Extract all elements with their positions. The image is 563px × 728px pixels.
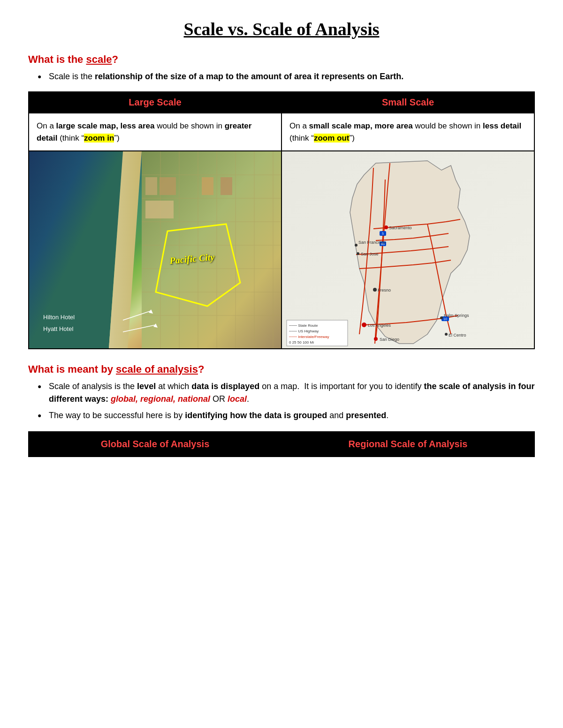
analysis-comparison-table: Global Scale of Analysis Regional Scale … [28, 431, 535, 457]
svg-text:San Diego: San Diego [380, 337, 399, 342]
svg-point-46 [357, 252, 359, 255]
pacific-city-aerial-map: Pacific City Hilton Hotel Hyatt Hotel [29, 151, 281, 348]
section2-question: What is meant by scale of analysis? [28, 363, 535, 375]
svg-rect-18 [160, 177, 176, 195]
svg-point-42 [362, 323, 366, 327]
svg-text:─── US Highway: ─── US Highway [289, 329, 319, 333]
california-map-svg: 5 80 10 Sacramento Fresno [282, 151, 534, 348]
global-scale-header: Global Scale of Analysis [29, 432, 282, 457]
svg-text:San Jose: San Jose [361, 252, 379, 256]
svg-point-44 [374, 337, 378, 341]
page-title: Scale vs. Scale of Analysis [28, 19, 535, 39]
svg-rect-19 [145, 201, 174, 218]
california-road-map: 5 80 10 Sacramento Fresno [282, 151, 534, 348]
aerial-map-svg: Pacific City Hilton Hotel Hyatt Hotel [29, 151, 281, 348]
svg-text:─── State Route: ─── State Route [289, 323, 318, 328]
large-scale-description: On a large scale map, less area would be… [29, 113, 282, 151]
svg-text:Palm Springs: Palm Springs [444, 313, 469, 318]
svg-text:10: 10 [443, 317, 447, 321]
section1: What is the scale? Scale is the relation… [28, 53, 535, 83]
small-scale-description: On a small scale map, more area would be… [282, 113, 534, 151]
bullet-scale-definition: Scale is the relationship of the size of… [38, 70, 535, 83]
svg-text:─── Interstate/Freeway: ─── Interstate/Freeway [289, 335, 329, 339]
svg-rect-21 [221, 177, 232, 195]
section1-question: What is the scale? [28, 53, 535, 66]
svg-rect-20 [202, 177, 213, 195]
svg-text:El Centro: El Centro [449, 333, 466, 338]
section1-bullets: Scale is the relationship of the size of… [38, 70, 535, 83]
svg-text:0  25  50    100 Mi: 0 25 50 100 Mi [289, 340, 314, 345]
regional-scale-header: Regional Scale of Analysis [282, 432, 534, 457]
svg-point-40 [373, 288, 377, 292]
svg-point-52 [445, 333, 448, 336]
svg-text:Los Angeles: Los Angeles [368, 323, 391, 328]
large-scale-header: Large Scale [29, 92, 282, 113]
section2: What is meant by scale of analysis? Scal… [28, 363, 535, 422]
zoom-out-highlight: zoom out [314, 134, 350, 143]
small-scale-map-cell: 5 80 10 Sacramento Fresno [282, 151, 534, 349]
bullet-success-tip: The way to be successful here is by iden… [38, 409, 535, 422]
svg-point-48 [355, 244, 358, 247]
svg-text:Hilton Hotel: Hilton Hotel [43, 314, 75, 321]
svg-text:Hyatt Hotel: Hyatt Hotel [43, 325, 73, 332]
large-scale-map-cell: Pacific City Hilton Hotel Hyatt Hotel [29, 151, 282, 349]
scale-underline: scale [86, 53, 112, 65]
svg-point-38 [384, 225, 388, 229]
section2-bullets: Scale of analysis is the level at which … [38, 380, 535, 422]
svg-text:Sacramento: Sacramento [389, 225, 412, 230]
scale-comparison-table: Large Scale Small Scale On a large scale… [28, 91, 535, 349]
scale-of-analysis-underline: scale of analysis [116, 363, 198, 375]
bullet-analysis-definition: Scale of analysis is the level at which … [38, 380, 535, 405]
svg-text:5: 5 [382, 232, 384, 235]
svg-point-50 [440, 316, 443, 319]
zoom-in-highlight: zoom in [84, 134, 114, 143]
svg-rect-17 [145, 177, 157, 195]
small-scale-header: Small Scale [282, 92, 534, 113]
svg-text:San Francisco: San Francisco [358, 240, 386, 245]
svg-text:Fresno: Fresno [378, 288, 391, 293]
